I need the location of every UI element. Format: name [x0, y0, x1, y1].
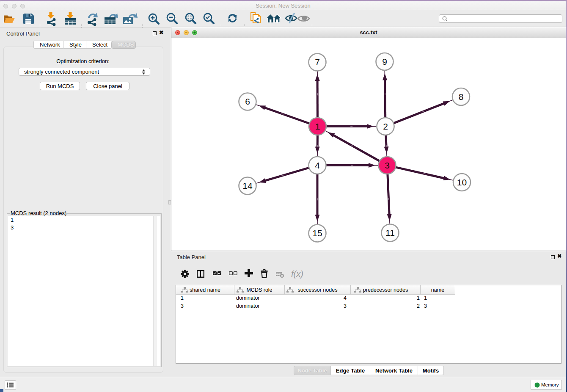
svg-text:1: 1: [315, 121, 320, 131]
svg-text:10: 10: [457, 177, 467, 187]
svg-text:15: 15: [312, 228, 322, 238]
svg-text:14: 14: [242, 181, 253, 190]
svg-text:2: 2: [383, 121, 388, 131]
svg-text:11: 11: [385, 228, 395, 237]
svg-text:4: 4: [315, 160, 320, 170]
svg-text:8: 8: [459, 92, 464, 102]
svg-text:f(x): f(x): [291, 269, 303, 279]
svg-text:3: 3: [385, 160, 390, 170]
svg-text:9: 9: [382, 57, 387, 66]
svg-text:7: 7: [315, 57, 320, 67]
svg-text:6: 6: [245, 97, 250, 106]
